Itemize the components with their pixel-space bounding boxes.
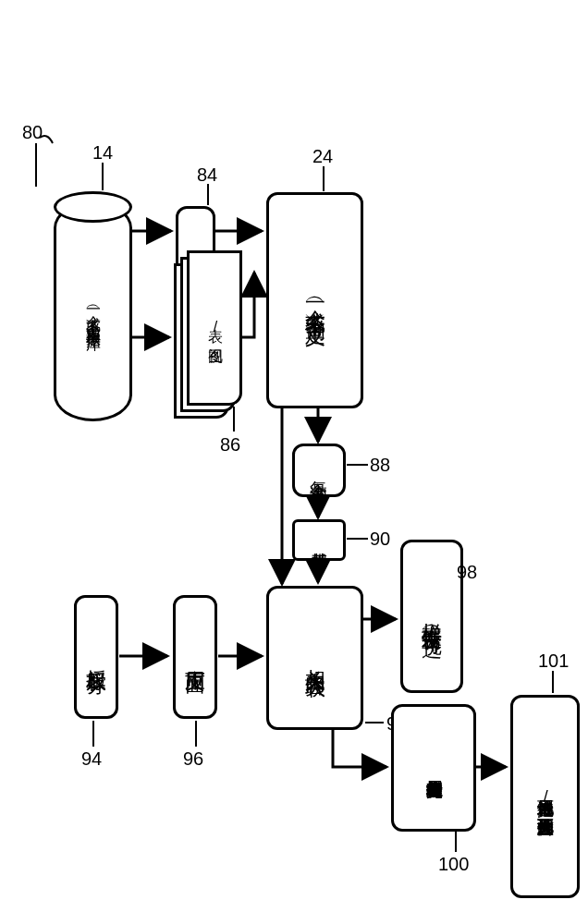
node-add-tile: 最终用户可选地就他/她的报告作为瓦片添加到主页 [510,695,580,898]
ref-84: 84 [197,164,217,186]
node-auth-service: 授权服务 [74,595,118,719]
node-app-page: 应用页面 [173,595,217,719]
ref-24: 24 [312,146,333,167]
node-related-content: 相关内容关联 [266,586,363,730]
ref-94: 94 [81,748,102,770]
ref-14: 14 [92,142,113,164]
ref-90: 90 [370,529,390,550]
node-add-tile-label: 最终用户可选地就他/她的报告作为瓦片添加到主页 [534,787,556,806]
node-related-content-label: 相关内容关联 [301,652,328,663]
node-query-def-label: （一个或多个）查询定义 [301,290,328,310]
node-tables-views-label: 表/视图 [205,317,225,340]
node-database-label: （一个或多个）企业应用数据库 [83,299,103,325]
node-sample-report: 样本报告发布（可选） [400,540,463,693]
ref-88: 88 [370,455,390,476]
ref-96: 96 [183,748,203,770]
node-compound-query: 复合查询 [292,444,346,497]
node-end-user-create: 充分利用分析模板的最终用户分析报告创建 [391,704,476,832]
node-sample-report-label: 样本报告发布（可选） [419,607,446,626]
node-database: （一个或多个）企业应用数据库 [54,201,132,421]
ref-101: 101 [538,650,569,672]
node-app-page-label: 应用页面 [182,653,209,661]
ref-98: 98 [457,562,477,583]
node-compound-query-label: 复合查询 [308,467,331,474]
ref-100: 100 [438,854,469,875]
diagram-ref-hook [40,134,56,154]
ref-86: 86 [220,434,240,456]
node-auth-service-label: 授权服务 [83,653,110,661]
node-base-template: 基础模板 [292,519,346,561]
node-query-def: （一个或多个）查询定义 [266,192,363,408]
